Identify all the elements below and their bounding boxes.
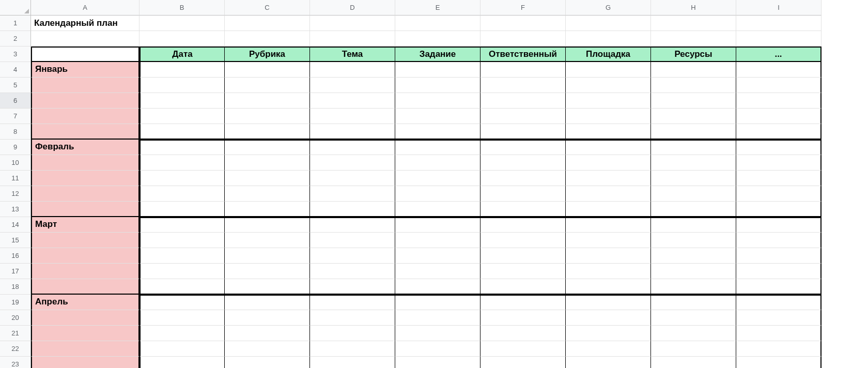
cell-H21[interactable] <box>651 326 736 341</box>
cell-B11[interactable] <box>140 171 225 186</box>
cell-B14[interactable] <box>140 217 225 233</box>
month-body-Февраль-2[interactable] <box>31 171 140 186</box>
cell-G18[interactable] <box>566 279 651 295</box>
cell-B6[interactable] <box>140 93 225 109</box>
cell-G10[interactable] <box>566 155 651 171</box>
cell-B18[interactable] <box>140 279 225 295</box>
cell-B9[interactable] <box>140 140 225 155</box>
cell-C14[interactable] <box>225 217 310 233</box>
cell-I16[interactable] <box>736 248 822 264</box>
month-body-Январь-1[interactable] <box>31 78 140 93</box>
spreadsheet-grid[interactable]: ABCDEFGHI1Календарный план23ДатаРубрикаТ… <box>0 0 868 368</box>
cell-D18[interactable] <box>310 279 395 295</box>
month-body-Февраль-1[interactable] <box>31 155 140 171</box>
cell-G21[interactable] <box>566 326 651 341</box>
cell-B1[interactable] <box>140 16 225 31</box>
sheet-title[interactable]: Календарный план <box>31 16 140 31</box>
cell-H7[interactable] <box>651 109 736 124</box>
cell-C17[interactable] <box>225 264 310 279</box>
month-body-Январь-4[interactable] <box>31 124 140 140</box>
month-label-Февраль[interactable]: Февраль <box>31 140 140 155</box>
row-header-15[interactable]: 15 <box>0 233 31 248</box>
month-body-Апрель-4[interactable] <box>31 357 140 368</box>
cell-H6[interactable] <box>651 93 736 109</box>
cell-D20[interactable] <box>310 310 395 326</box>
cell-I22[interactable] <box>736 341 822 357</box>
cell-F9[interactable] <box>481 140 566 155</box>
cell-B20[interactable] <box>140 310 225 326</box>
month-body-Апрель-3[interactable] <box>31 341 140 357</box>
cell-I17[interactable] <box>736 264 822 279</box>
cell-G23[interactable] <box>566 357 651 368</box>
cell-B21[interactable] <box>140 326 225 341</box>
cell-H13[interactable] <box>651 202 736 217</box>
cell-D22[interactable] <box>310 341 395 357</box>
row-header-7[interactable]: 7 <box>0 109 31 124</box>
cell-H5[interactable] <box>651 78 736 93</box>
cell-I21[interactable] <box>736 326 822 341</box>
row-header-2[interactable]: 2 <box>0 31 31 47</box>
cell-H17[interactable] <box>651 264 736 279</box>
cell-D19[interactable] <box>310 295 395 310</box>
month-body-Март-3[interactable] <box>31 264 140 279</box>
cell-C23[interactable] <box>225 357 310 368</box>
row-header-20[interactable]: 20 <box>0 310 31 326</box>
cell-C19[interactable] <box>225 295 310 310</box>
cell-E17[interactable] <box>395 264 481 279</box>
cell-A2[interactable] <box>31 31 140 47</box>
cell-H23[interactable] <box>651 357 736 368</box>
month-body-Январь-3[interactable] <box>31 109 140 124</box>
cell-E8[interactable] <box>395 124 481 140</box>
cell-E4[interactable] <box>395 62 481 78</box>
cell-H2[interactable] <box>651 31 736 47</box>
column-header-F[interactable]: F <box>481 0 566 16</box>
cell-F23[interactable] <box>481 357 566 368</box>
cell-D14[interactable] <box>310 217 395 233</box>
row-header-12[interactable]: 12 <box>0 186 31 202</box>
cell-I13[interactable] <box>736 202 822 217</box>
column-title-6[interactable]: Ресурсы <box>651 47 736 62</box>
cell-E6[interactable] <box>395 93 481 109</box>
cell-G9[interactable] <box>566 140 651 155</box>
cell-F19[interactable] <box>481 295 566 310</box>
cell-C2[interactable] <box>225 31 310 47</box>
cell-C16[interactable] <box>225 248 310 264</box>
cell-E2[interactable] <box>395 31 481 47</box>
column-title-7[interactable]: ... <box>736 47 822 62</box>
cell-I19[interactable] <box>736 295 822 310</box>
row-header-17[interactable]: 17 <box>0 264 31 279</box>
cell-I11[interactable] <box>736 171 822 186</box>
cell-D15[interactable] <box>310 233 395 248</box>
cell-D10[interactable] <box>310 155 395 171</box>
row-header-16[interactable]: 16 <box>0 248 31 264</box>
cell-G19[interactable] <box>566 295 651 310</box>
cell-I14[interactable] <box>736 217 822 233</box>
row-header-5[interactable]: 5 <box>0 78 31 93</box>
cell-H9[interactable] <box>651 140 736 155</box>
cell-B12[interactable] <box>140 186 225 202</box>
cell-C11[interactable] <box>225 171 310 186</box>
row-header-23[interactable]: 23 <box>0 357 31 368</box>
cell-H10[interactable] <box>651 155 736 171</box>
header-blank[interactable] <box>31 47 140 62</box>
cell-I2[interactable] <box>736 31 822 47</box>
cell-C5[interactable] <box>225 78 310 93</box>
row-header-22[interactable]: 22 <box>0 341 31 357</box>
cell-D11[interactable] <box>310 171 395 186</box>
cell-I12[interactable] <box>736 186 822 202</box>
cell-F11[interactable] <box>481 171 566 186</box>
cell-F10[interactable] <box>481 155 566 171</box>
cell-B8[interactable] <box>140 124 225 140</box>
cell-D6[interactable] <box>310 93 395 109</box>
cell-F15[interactable] <box>481 233 566 248</box>
cell-G12[interactable] <box>566 186 651 202</box>
row-header-4[interactable]: 4 <box>0 62 31 78</box>
cell-E11[interactable] <box>395 171 481 186</box>
row-header-18[interactable]: 18 <box>0 279 31 295</box>
cell-H22[interactable] <box>651 341 736 357</box>
cell-C4[interactable] <box>225 62 310 78</box>
cell-E7[interactable] <box>395 109 481 124</box>
cell-C20[interactable] <box>225 310 310 326</box>
column-title-4[interactable]: Ответственный <box>481 47 566 62</box>
cell-C13[interactable] <box>225 202 310 217</box>
